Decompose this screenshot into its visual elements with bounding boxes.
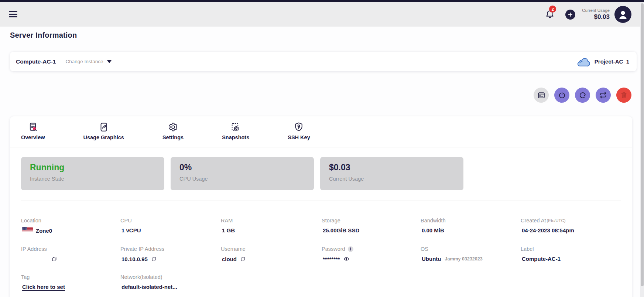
trash-icon (620, 91, 628, 99)
detail-value: 10.10.0.95 (121, 256, 148, 262)
detail-label: CPU (120, 218, 221, 223)
detail-label: Private IP Address (120, 246, 221, 252)
header-bar: 2 Current Usage $0.03 (0, 2, 644, 27)
copy-icon[interactable] (240, 256, 246, 262)
detail-label-name: Label Compute-AC-1 (521, 246, 621, 262)
user-avatar-button[interactable] (614, 6, 631, 23)
rebuild-icon (599, 91, 607, 99)
stat-instance-state: Running Instance State (21, 157, 164, 190)
tab-label: Usage Graphics (83, 134, 124, 140)
detail-label: Location (21, 218, 120, 223)
detail-value: Zone0 (36, 228, 52, 234)
detail-label: Tag (21, 274, 120, 280)
tab-label: Settings (162, 134, 184, 140)
details-row-2: IP Address Private IP Address 10.10.0.95 (21, 246, 621, 262)
stat-value: $0.03 (329, 163, 455, 173)
stat-value: 0% (179, 163, 305, 173)
detail-value: 1 vCPU (120, 227, 221, 233)
ssh-key-icon (293, 122, 304, 133)
detail-cpu: CPU 1 vCPU (120, 218, 221, 234)
copy-icon[interactable] (51, 256, 58, 262)
detail-network: Network(Isolated) default-isolated-net..… (120, 274, 221, 290)
current-usage-value: $0.03 (582, 13, 610, 21)
snapshots-icon (230, 122, 241, 133)
reboot-button[interactable] (575, 88, 590, 103)
settings-icon (168, 122, 179, 133)
info-icon[interactable]: i (348, 246, 353, 252)
stat-label: CPU Usage (179, 176, 305, 182)
overview-panel: Overview Usage Graphics Settings (10, 116, 632, 297)
detail-value: ******** (323, 256, 340, 262)
detail-label: Username (221, 246, 322, 252)
tab-usage-graphics[interactable]: Usage Graphics (83, 122, 124, 140)
detail-label: Network(Isolated) (120, 274, 221, 280)
create-button[interactable] (565, 10, 575, 20)
detail-ram: RAM 1 GB (221, 218, 322, 234)
project-chip[interactable]: Project-AC_1 (576, 57, 629, 67)
detail-value: 04-24-2023 08:54pm (521, 227, 621, 233)
detail-value: default-isolated-net... (120, 284, 221, 290)
change-instance-dropdown[interactable]: Change Instance (66, 59, 112, 64)
console-button[interactable] (534, 88, 549, 103)
tab-bar: Overview Usage Graphics Settings (10, 116, 632, 147)
tab-label: Overview (21, 134, 45, 140)
rebuild-button[interactable] (596, 88, 611, 103)
detail-label: IP Address (21, 246, 120, 252)
detail-os: OS Ubuntu Jammy 03232023 (421, 246, 521, 262)
detail-tag: Tag Click here to set (21, 274, 120, 290)
copy-icon[interactable] (151, 256, 157, 262)
detail-value: 0.00 MiB (421, 227, 521, 233)
detail-label: Label (521, 246, 621, 252)
detail-value: Compute-AC-1 (521, 256, 621, 262)
current-usage-block: Current Usage $0.03 (582, 8, 610, 21)
detail-value: 25.00GiB SSD (322, 227, 421, 233)
details-grid: Location Zone0 CPU 1 vCPU RAM 1 GB Stora… (10, 201, 632, 290)
eye-icon[interactable] (343, 256, 350, 262)
console-icon (537, 91, 546, 100)
tab-label: Snapshots (222, 134, 249, 140)
stat-value: Running (30, 163, 155, 173)
vertical-scrollbar[interactable] (640, 2, 644, 297)
detail-value-suffix: Jammy 03232023 (445, 256, 482, 262)
detail-label: Created At (521, 218, 546, 223)
tab-snapshots[interactable]: Snapshots (222, 122, 249, 140)
detail-storage: Storage 25.00GiB SSD (322, 218, 421, 234)
stat-cpu-usage: 0% CPU Usage (171, 157, 314, 190)
reboot-icon (578, 91, 587, 100)
detail-label: Password (322, 246, 345, 252)
tab-label: SSH Key (288, 134, 310, 140)
current-usage-label: Current Usage (582, 8, 610, 13)
details-row-1: Location Zone0 CPU 1 vCPU RAM 1 GB Stora… (21, 218, 621, 234)
instance-selector-card: Compute-AC-1 Change Instance Project-AC_… (10, 52, 637, 71)
detail-private-ip: Private IP Address 10.10.0.95 (120, 246, 221, 262)
detail-location: Location Zone0 (21, 218, 120, 234)
detail-value: cloud (222, 256, 237, 262)
chevron-down-icon (107, 60, 112, 63)
detail-created-at: Created At (Etc/UTC) 04-24-2023 08:54pm (521, 218, 621, 234)
detail-label: RAM (221, 218, 322, 223)
detail-value: Ubuntu (422, 256, 441, 262)
tab-overview[interactable]: Overview (21, 122, 45, 140)
overview-icon (27, 122, 38, 133)
user-icon (617, 8, 629, 20)
scrollbar-thumb[interactable] (641, 3, 644, 286)
detail-label: Storage (322, 218, 421, 223)
instance-actions (534, 88, 631, 103)
hamburger-menu-icon[interactable] (9, 11, 17, 17)
set-tag-link[interactable]: Click here to set (22, 284, 65, 290)
detail-label-suffix: (Etc/UTC) (547, 218, 566, 223)
detail-ip-address: IP Address (21, 246, 120, 262)
tab-ssh-key[interactable]: SSH Key (288, 122, 310, 140)
details-row-3: Tag Click here to set Network(Isolated) … (21, 274, 621, 290)
detail-username: Username cloud (221, 246, 322, 262)
power-icon (558, 91, 566, 100)
notifications-button[interactable]: 2 (544, 9, 555, 20)
change-instance-label: Change Instance (66, 59, 103, 64)
delete-button[interactable] (616, 88, 631, 103)
tab-settings[interactable]: Settings (162, 122, 184, 140)
stats-row: Running Instance State 0% CPU Usage $0.0… (21, 157, 621, 190)
page-title: Server Information (10, 31, 77, 40)
us-flag-icon (22, 227, 33, 234)
power-button[interactable] (554, 88, 569, 103)
plus-icon (567, 11, 573, 18)
